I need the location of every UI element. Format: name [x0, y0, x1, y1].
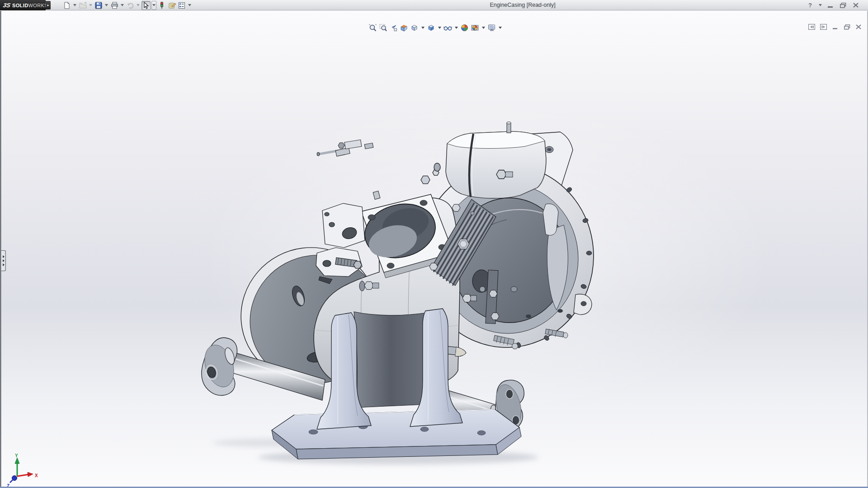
display-style-dropdown[interactable]: [437, 23, 442, 32]
close-button[interactable]: [852, 2, 860, 9]
document-restore-button[interactable]: [843, 23, 851, 30]
help-button[interactable]: ?: [806, 2, 814, 9]
open-document-dropdown[interactable]: [88, 1, 93, 10]
clamp-hardware[interactable]: [317, 140, 373, 156]
hide-show-items-button[interactable]: [443, 23, 452, 32]
checklist-icon: [178, 2, 185, 9]
previous-view-icon: [390, 24, 397, 32]
zoom-to-fit-icon: [369, 24, 377, 32]
undo-arrow-icon: [127, 2, 134, 9]
undo-dropdown[interactable]: [136, 1, 141, 10]
evaluate-note-button[interactable]: [167, 1, 176, 10]
base-plate[interactable]: [272, 409, 521, 459]
title-bar: 3S SOLIDWORKS ▸: [0, 0, 868, 10]
undo-button[interactable]: [126, 1, 135, 10]
view-orientation-button[interactable]: [410, 23, 419, 32]
new-document-dropdown[interactable]: [72, 1, 77, 10]
expand-arrow-icon: [3, 259, 5, 262]
engine-casing-model[interactable]: [1, 11, 868, 487]
solidworks-logo: 3S SOLIDWORKS: [0, 0, 46, 10]
view-settings-icon: [488, 24, 496, 32]
save-button[interactable]: [94, 1, 103, 10]
document-window-controls: [808, 23, 863, 30]
save-dropdown[interactable]: [104, 1, 109, 10]
feature-manager-collapsed-tab[interactable]: [1, 250, 6, 271]
open-document-button[interactable]: [78, 1, 87, 10]
view-settings-button[interactable]: [487, 23, 496, 32]
window-controls: ?: [806, 0, 860, 10]
options-list-button[interactable]: [177, 1, 186, 10]
main-toolbar: [62, 0, 192, 10]
apply-scene-button[interactable]: [471, 23, 479, 32]
traffic-light-icon: [159, 1, 165, 9]
document-minimize-button[interactable]: [831, 23, 839, 30]
appearance-sphere-icon: [461, 24, 468, 32]
zoom-to-fit-button[interactable]: [368, 23, 377, 32]
section-view-button[interactable]: [400, 23, 408, 32]
select-tool-button[interactable]: [142, 1, 151, 10]
view-orientation-dropdown[interactable]: [420, 23, 425, 32]
headsup-view-toolbar: [368, 23, 502, 32]
logo-brand-light: WORKS: [28, 3, 48, 8]
minimize-button[interactable]: [826, 2, 835, 9]
select-cursor-icon: [143, 2, 150, 9]
window-border-left: [0, 11, 1, 488]
zoom-to-area-icon: [379, 24, 387, 32]
document-close-button[interactable]: [855, 23, 863, 30]
orientation-triad: Y X Z: [3, 454, 42, 488]
restore-button[interactable]: [839, 2, 847, 9]
view-orientation-icon: [410, 24, 418, 32]
print-button[interactable]: [110, 1, 119, 10]
window-title: EngineCasing [Read-only]: [490, 2, 555, 8]
dock-left-button[interactable]: [808, 23, 816, 30]
edit-appearance-button[interactable]: [460, 23, 469, 32]
options-dropdown[interactable]: [187, 1, 192, 10]
section-view-icon: [400, 24, 408, 32]
new-document-icon: [63, 2, 71, 9]
menu-expander-button[interactable]: ▸: [46, 1, 51, 9]
display-style-icon: [427, 24, 435, 32]
triad-y-label: Y: [15, 454, 18, 458]
display-style-button[interactable]: [427, 23, 435, 32]
logo-mark: 3S: [2, 2, 11, 9]
design-checker-button[interactable]: [157, 1, 166, 10]
hide-show-items-dropdown[interactable]: [454, 23, 458, 32]
help-dropdown[interactable]: [819, 4, 822, 6]
previous-view-button[interactable]: [389, 23, 398, 32]
note-pencil-icon: [168, 2, 176, 9]
eyeglasses-icon: [443, 24, 452, 32]
new-document-button[interactable]: [62, 1, 71, 10]
printer-icon: [111, 2, 118, 9]
dock-right-button[interactable]: [820, 23, 827, 30]
view-settings-dropdown[interactable]: [498, 23, 502, 32]
expand-arrow-icon: [3, 255, 5, 258]
print-dropdown[interactable]: [120, 1, 125, 10]
graphics-viewport[interactable]: Y X Z *Dimetric: [1, 11, 867, 487]
apply-scene-dropdown[interactable]: [481, 23, 486, 32]
logo-brand-bold: SOLID: [12, 3, 28, 8]
expand-arrow-icon: [3, 263, 5, 266]
triad-x-label: X: [35, 473, 38, 478]
open-folder-icon: [79, 2, 87, 9]
zoom-to-area-button[interactable]: [379, 23, 387, 32]
save-floppy-icon: [95, 2, 102, 9]
select-tool-dropdown[interactable]: [151, 1, 156, 10]
reed-valve-cover[interactable]: [421, 122, 546, 198]
apply-scene-icon: [471, 24, 479, 32]
